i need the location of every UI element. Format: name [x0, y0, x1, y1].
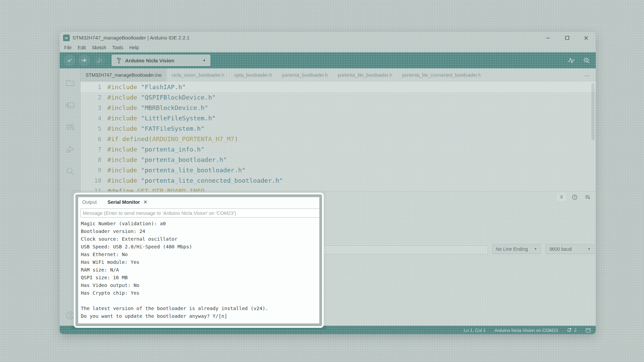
bell-icon: [567, 327, 572, 333]
tab-overflow-menu[interactable]: …: [578, 68, 596, 82]
collapse-panel-icon[interactable]: [557, 193, 566, 201]
chevron-down-icon: ▼: [588, 247, 591, 251]
arduino-app-icon: ∞: [63, 35, 70, 41]
notifications[interactable]: 2: [567, 327, 577, 333]
serial-plotter-button[interactable]: [567, 56, 576, 65]
serial-output-line: RAM size: N/A: [81, 266, 319, 274]
desktop: ∞ STM32H747_manageBootloader | Arduino I…: [0, 0, 644, 362]
serial-output-line: [81, 297, 319, 305]
serial-output-line: Magic Number (validation): a0: [81, 220, 319, 228]
check-icon: [66, 57, 73, 64]
editor-tab-bar: STM32H747_manageBootloader.inonicla_visi…: [80, 68, 596, 82]
activity-sidebar: [60, 68, 80, 326]
sidebar-boards-manager-icon[interactable]: [65, 100, 75, 110]
menu-bar: FileEditSketchToolsHelp: [60, 44, 596, 52]
menu-item-file[interactable]: File: [61, 44, 75, 52]
editor-scrollbar[interactable]: [591, 83, 595, 140]
serial-output-line: USB Speed: USB 2.0/Hi-Speed (480 Mbps): [81, 243, 319, 251]
code-line-4: 4#include "LittleFileSystem.h": [80, 113, 596, 123]
timestamp-icon[interactable]: [570, 193, 579, 201]
serial-output-line: Bootloader version: 24: [81, 228, 319, 235]
window-title: STM32H747_manageBootloader | Arduino IDE…: [72, 35, 190, 41]
sidebar-library-manager-icon[interactable]: [65, 122, 75, 132]
serial-output-line: The latest version of the bootloader is …: [81, 305, 319, 312]
arrow-right-icon: [81, 57, 88, 64]
close-button[interactable]: [577, 32, 596, 44]
editor-tab-1[interactable]: nicla_vision_bootloader.h: [167, 68, 229, 82]
code-line-10: 10#include "portenta_lite_connected_boot…: [80, 175, 596, 186]
code-line-2: 2#include "QSPIFBlockDevice.h": [80, 92, 596, 103]
serial-message-input[interactable]: [80, 208, 319, 218]
maximize-button[interactable]: [557, 32, 577, 44]
toolbar: Arduino Nicla Vision ▼: [60, 52, 596, 68]
minimize-button[interactable]: [538, 32, 557, 44]
code-line-9: 9#include "portenta_lite_bootloader.h": [80, 165, 596, 175]
serial-output-line: Has WiFi module: Yes: [81, 258, 319, 266]
serial-output-line: QSPI size: 16 MB: [81, 274, 319, 282]
serial-output-line: Has Video output: No: [81, 282, 319, 289]
notification-count: 2: [574, 328, 577, 333]
code-line-7: 7#include "portenta_info.h": [80, 144, 596, 155]
sidebar-debug-panel-icon[interactable]: [65, 144, 75, 154]
line-ending-dropdown[interactable]: No Line Ending ▼: [492, 244, 541, 254]
editor-tab-2[interactable]: opta_bootloader.h: [229, 68, 277, 82]
window-controls: [538, 32, 596, 44]
board-port-status[interactable]: Arduino Nicla Vision on COM23: [494, 328, 558, 333]
code-line-11: 11#define GET_OTP_BOARD_INFO: [80, 186, 596, 191]
code-editor[interactable]: 1#include "FlashIAP.h"2#include "QSPIFBl…: [80, 82, 596, 191]
serial-message-input-dimmed[interactable]: [321, 245, 488, 254]
serial-output[interactable]: Magic Number (validation): a0Bootloader …: [81, 220, 319, 320]
cursor-position[interactable]: Ln 1, Col 1: [464, 328, 486, 333]
sidebar-account-icon[interactable]: [65, 310, 75, 320]
tab-serial-monitor[interactable]: Serial Monitor: [108, 199, 140, 205]
selected-board-label: Arduino Nicla Vision: [125, 58, 174, 63]
serial-output-line: Has Crypto chip: Yes: [81, 289, 319, 297]
board-selector-dropdown[interactable]: Arduino Nicla Vision ▼: [112, 55, 210, 66]
menu-item-help[interactable]: Help: [126, 44, 142, 52]
tab-output[interactable]: Output: [82, 199, 97, 205]
chevron-down-icon: ▼: [534, 247, 537, 251]
serial-monitor-panel: Output Serial Monitor ✕ Magic Number (va…: [78, 197, 319, 323]
debug-play-icon: [96, 57, 103, 64]
sidebar-search-icon[interactable]: [65, 166, 75, 176]
close-serial-monitor-icon[interactable]: ✕: [143, 199, 148, 205]
serial-output-line: Do you want to update the bootloader any…: [81, 312, 319, 320]
menu-item-edit[interactable]: Edit: [75, 44, 89, 52]
serial-output-line: Has Ethernet: No: [81, 251, 319, 258]
code-line-1: 1#include "FlashIAP.h": [80, 82, 596, 92]
serial-output-line: Clock source: External oscillator: [81, 235, 319, 243]
title-bar: ∞ STM32H747_manageBootloader | Arduino I…: [60, 32, 596, 44]
editor-tab-4[interactable]: portenta_lite_bootloader.h: [333, 68, 397, 82]
usb-icon: [116, 57, 122, 64]
serial-monitor-button[interactable]: [582, 56, 591, 65]
menu-item-sketch[interactable]: Sketch: [89, 44, 109, 52]
editor-tab-3[interactable]: portenta_bootloader.h: [277, 68, 333, 82]
menu-item-tools[interactable]: Tools: [109, 44, 126, 52]
upload-button[interactable]: [78, 55, 90, 66]
debug-button[interactable]: [94, 55, 105, 66]
panel-tabs: Output Serial Monitor ✕: [78, 197, 319, 207]
status-bar: Ln 1, Col 1 Arduino Nicla Vision on COM2…: [60, 326, 596, 334]
code-line-6: 6#if defined(ARDUINO_PORTENTA_H7_M7): [80, 134, 596, 144]
code-line-3: 3#include "MBRBlockDevice.h": [80, 103, 596, 113]
code-line-8: 8#include "portenta_bootloader.h": [80, 155, 596, 165]
code-line-5: 5#include "FATFileSystem.h": [80, 123, 596, 134]
spotlight-dim-bottom: [0, 329, 644, 362]
clear-output-icon[interactable]: [583, 193, 592, 201]
editor-tab-5[interactable]: portenta_lite_connected_bootloader.h: [397, 68, 486, 82]
chevron-down-icon: ▼: [203, 59, 206, 62]
sidebar-sketchbook-icon[interactable]: [65, 78, 75, 88]
toggle-bottom-panel-icon[interactable]: [585, 327, 591, 333]
editor-tab-0[interactable]: STM32H747_manageBootloader.ino: [80, 68, 167, 82]
baud-rate-dropdown[interactable]: 9600 baud ▼: [546, 244, 594, 254]
verify-button[interactable]: [64, 55, 75, 66]
